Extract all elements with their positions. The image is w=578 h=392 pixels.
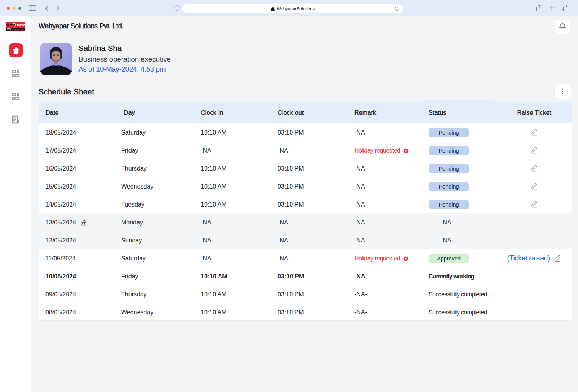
svg-text:WEB: WEB [6, 23, 13, 27]
svg-text:SOLUTIONS: SOLUTIONS [12, 29, 24, 31]
svg-text:YAPAR: YAPAR [16, 23, 25, 27]
